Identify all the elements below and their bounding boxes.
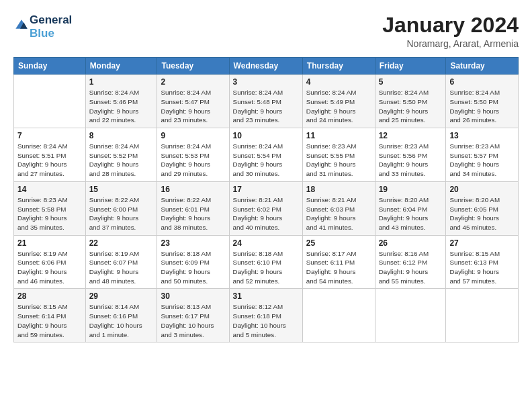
day-info: Sunrise: 8:16 AM Sunset: 6:12 PM Dayligh… [379,249,443,286]
table-row [375,289,446,342]
day-info: Sunrise: 8:24 AM Sunset: 5:50 PM Dayligh… [449,88,515,125]
table-row: 24Sunrise: 8:18 AM Sunset: 6:10 PM Dayli… [229,235,302,289]
day-number: 25 [306,238,371,248]
table-row: 25Sunrise: 8:17 AM Sunset: 6:11 PM Dayli… [302,235,375,289]
day-info: Sunrise: 8:24 AM Sunset: 5:46 PM Dayligh… [89,88,154,125]
table-row: 26Sunrise: 8:16 AM Sunset: 6:12 PM Dayli… [375,235,446,289]
day-number: 28 [17,291,82,301]
day-info: Sunrise: 8:23 AM Sunset: 5:56 PM Dayligh… [379,142,443,179]
day-info: Sunrise: 8:20 AM Sunset: 6:05 PM Dayligh… [449,195,515,232]
day-info: Sunrise: 8:19 AM Sunset: 6:07 PM Dayligh… [89,249,154,286]
day-info: Sunrise: 8:15 AM Sunset: 6:14 PM Dayligh… [17,302,82,339]
day-info: Sunrise: 8:24 AM Sunset: 5:49 PM Dayligh… [306,88,371,125]
day-number: 30 [161,291,225,301]
day-info: Sunrise: 8:13 AM Sunset: 6:17 PM Dayligh… [161,302,225,339]
day-number: 24 [233,238,299,248]
day-info: Sunrise: 8:21 AM Sunset: 6:02 PM Dayligh… [233,195,299,232]
table-row: 3Sunrise: 8:24 AM Sunset: 5:48 PM Daylig… [229,75,302,128]
col-saturday: Saturday [446,58,519,75]
day-number: 6 [449,77,515,87]
day-number: 20 [449,185,515,194]
day-info: Sunrise: 8:22 AM Sunset: 6:01 PM Dayligh… [161,195,225,232]
table-row: 1Sunrise: 8:24 AM Sunset: 5:46 PM Daylig… [85,75,157,128]
col-tuesday: Tuesday [157,58,229,75]
day-number: 13 [449,131,515,140]
day-info: Sunrise: 8:24 AM Sunset: 5:48 PM Dayligh… [233,88,299,125]
location: Noramarg, Ararat, Armenia [382,38,519,49]
day-info: Sunrise: 8:24 AM Sunset: 5:54 PM Dayligh… [233,142,299,179]
day-info: Sunrise: 8:21 AM Sunset: 6:03 PM Dayligh… [306,195,371,232]
day-info: Sunrise: 8:15 AM Sunset: 6:13 PM Dayligh… [449,249,515,286]
day-info: Sunrise: 8:24 AM Sunset: 5:51 PM Dayligh… [17,142,82,179]
day-number: 19 [379,185,443,194]
day-info: Sunrise: 8:18 AM Sunset: 6:10 PM Dayligh… [233,249,299,286]
table-row: 19Sunrise: 8:20 AM Sunset: 6:04 PM Dayli… [375,181,446,235]
day-info: Sunrise: 8:24 AM Sunset: 5:47 PM Dayligh… [161,88,225,125]
table-row: 15Sunrise: 8:22 AM Sunset: 6:00 PM Dayli… [85,181,157,235]
day-number: 5 [379,77,443,87]
calendar-week-4: 21Sunrise: 8:19 AM Sunset: 6:06 PM Dayli… [14,235,519,289]
table-row [14,75,86,128]
table-row: 12Sunrise: 8:23 AM Sunset: 5:56 PM Dayli… [375,128,446,182]
table-row: 18Sunrise: 8:21 AM Sunset: 6:03 PM Dayli… [302,181,375,235]
calendar-week-3: 14Sunrise: 8:23 AM Sunset: 5:58 PM Dayli… [14,181,519,235]
logo-text-general: General [30,13,72,27]
table-row: 17Sunrise: 8:21 AM Sunset: 6:02 PM Dayli… [229,181,302,235]
day-number: 27 [449,238,515,248]
header: General Blue January 2024 Noramarg, Arar… [13,13,519,49]
day-number: 23 [161,238,225,248]
day-info: Sunrise: 8:23 AM Sunset: 5:57 PM Dayligh… [449,142,515,179]
table-row: 20Sunrise: 8:20 AM Sunset: 6:05 PM Dayli… [446,181,519,235]
day-number: 15 [89,185,154,194]
col-sunday: Sunday [14,58,86,75]
day-number: 17 [233,185,299,194]
day-info: Sunrise: 8:22 AM Sunset: 6:00 PM Dayligh… [89,195,154,232]
day-info: Sunrise: 8:17 AM Sunset: 6:11 PM Dayligh… [306,249,371,286]
day-number: 16 [161,185,225,194]
table-row: 4Sunrise: 8:24 AM Sunset: 5:49 PM Daylig… [302,75,375,128]
col-wednesday: Wednesday [229,58,302,75]
month-title: January 2024 [382,13,519,37]
day-number: 2 [161,77,225,87]
table-row: 29Sunrise: 8:14 AM Sunset: 6:16 PM Dayli… [85,289,157,342]
day-number: 14 [17,185,82,194]
table-row: 28Sunrise: 8:15 AM Sunset: 6:14 PM Dayli… [14,289,86,342]
calendar-table: Sunday Monday Tuesday Wednesday Thursday… [13,57,519,342]
day-number: 4 [306,77,371,87]
table-row: 2Sunrise: 8:24 AM Sunset: 5:47 PM Daylig… [157,75,229,128]
table-row: 31Sunrise: 8:12 AM Sunset: 6:18 PM Dayli… [229,289,302,342]
table-row: 21Sunrise: 8:19 AM Sunset: 6:06 PM Dayli… [14,235,86,289]
day-number: 21 [17,238,82,248]
table-row: 27Sunrise: 8:15 AM Sunset: 6:13 PM Dayli… [446,235,519,289]
day-number: 10 [233,131,299,140]
table-row: 6Sunrise: 8:24 AM Sunset: 5:50 PM Daylig… [446,75,519,128]
calendar-week-5: 28Sunrise: 8:15 AM Sunset: 6:14 PM Dayli… [14,289,519,342]
col-thursday: Thursday [302,58,375,75]
day-info: Sunrise: 8:24 AM Sunset: 5:50 PM Dayligh… [379,88,443,125]
day-number: 8 [89,131,154,140]
table-row: 11Sunrise: 8:23 AM Sunset: 5:55 PM Dayli… [302,128,375,182]
page: General Blue January 2024 Noramarg, Arar… [0,0,532,411]
day-number: 29 [89,291,154,301]
day-info: Sunrise: 8:23 AM Sunset: 5:58 PM Dayligh… [17,195,82,232]
col-friday: Friday [375,58,446,75]
day-number: 18 [306,185,371,194]
table-row [302,289,375,342]
day-number: 22 [89,238,154,248]
table-row: 14Sunrise: 8:23 AM Sunset: 5:58 PM Dayli… [14,181,86,235]
table-row: 10Sunrise: 8:24 AM Sunset: 5:54 PM Dayli… [229,128,302,182]
day-number: 7 [17,131,82,140]
day-info: Sunrise: 8:24 AM Sunset: 5:52 PM Dayligh… [89,142,154,179]
day-number: 26 [379,238,443,248]
day-number: 11 [306,131,371,140]
day-number: 1 [89,77,154,87]
day-info: Sunrise: 8:19 AM Sunset: 6:06 PM Dayligh… [17,249,82,286]
table-row: 5Sunrise: 8:24 AM Sunset: 5:50 PM Daylig… [375,75,446,128]
day-number: 9 [161,131,225,140]
table-row: 16Sunrise: 8:22 AM Sunset: 6:01 PM Dayli… [157,181,229,235]
day-number: 3 [233,77,299,87]
day-number: 12 [379,131,443,140]
day-info: Sunrise: 8:20 AM Sunset: 6:04 PM Dayligh… [379,195,443,232]
table-row: 22Sunrise: 8:19 AM Sunset: 6:07 PM Dayli… [85,235,157,289]
calendar-week-1: 1Sunrise: 8:24 AM Sunset: 5:46 PM Daylig… [14,75,519,128]
